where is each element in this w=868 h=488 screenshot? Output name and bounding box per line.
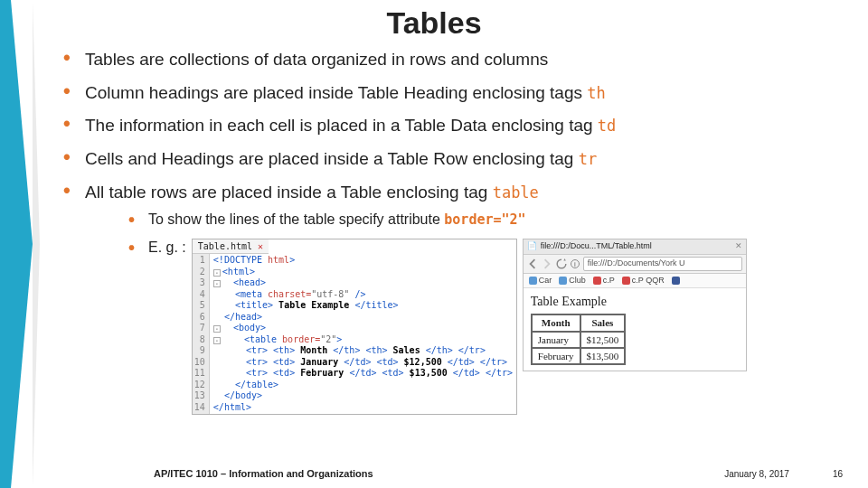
bullet-item: Cells and Headings are placed inside a T… bbox=[63, 148, 832, 171]
editor-gutter: 1234567891011121314 bbox=[193, 254, 210, 414]
site-icon bbox=[622, 277, 630, 285]
bookmark-item: Car bbox=[529, 276, 552, 286]
browser-tabs: 📄 file:///D:/Docu...TML/Table.html ✕ bbox=[524, 239, 746, 255]
eg-label: E. g. : bbox=[148, 239, 186, 258]
date-label: January 8, 2017 bbox=[724, 469, 789, 479]
bullet-item: The information in each cell is placed i… bbox=[63, 115, 832, 137]
bullet-list: Tables are collections of data organized… bbox=[63, 49, 832, 415]
example-table: Month Sales January $12,500 February bbox=[531, 314, 626, 365]
bullet-text: The information in each cell is placed i… bbox=[85, 116, 598, 135]
slide-footer: AP/ITEC 1010 – Information and Organizat… bbox=[0, 468, 868, 479]
bookmark-item: c.P bbox=[593, 276, 615, 286]
bookmark-item: c.P QQR bbox=[622, 276, 665, 286]
browser-tab-label: file:///D:/Docu...TML/Table.html bbox=[541, 241, 731, 252]
bullet-text: All table rows are placed inside a Table… bbox=[85, 183, 493, 202]
globe-icon bbox=[559, 277, 567, 285]
table-row: Month Sales bbox=[532, 314, 625, 331]
reload-icon bbox=[556, 258, 567, 269]
bookmark-label: c.P QQR bbox=[632, 276, 665, 286]
sub-bullet-item: To show the lines of the table specify a… bbox=[128, 211, 832, 230]
close-icon: ✕ bbox=[258, 241, 263, 251]
bullet-code: td bbox=[598, 117, 616, 135]
course-label: AP/ITEC 1010 – Information and Organizat… bbox=[154, 468, 373, 479]
bullet-item: Column headings are placed inside Table … bbox=[63, 82, 832, 105]
bullet-text: Column headings are placed inside Table … bbox=[85, 83, 587, 102]
sub-code: border="2" bbox=[444, 211, 525, 228]
browser-page: Table Example Month Sales January $12,50… bbox=[524, 288, 746, 371]
table-row: February $13,500 bbox=[532, 348, 625, 364]
bullet-item: All table rows are placed inside a Table… bbox=[63, 182, 832, 415]
accent-bar bbox=[0, 0, 11, 488]
globe-icon bbox=[529, 277, 537, 285]
bullet-item: Tables are collections of data organized… bbox=[63, 49, 832, 71]
close-icon: ✕ bbox=[735, 241, 742, 252]
table-row: January $12,500 bbox=[532, 332, 625, 348]
bookmarks-bar: Car Club c.P c.P QQR bbox=[524, 274, 746, 289]
back-icon bbox=[527, 258, 538, 269]
code-editor: Table.html✕ 1234567891011121314 <!DOCTYP… bbox=[192, 239, 517, 415]
bookmark-item bbox=[672, 276, 680, 286]
facebook-icon bbox=[672, 277, 680, 285]
info-icon: i bbox=[571, 259, 580, 268]
bullet-code: table bbox=[493, 183, 539, 202]
sub-bullet-item: E. g. : Table.html✕ 1234567891011121314 … bbox=[128, 239, 832, 415]
editor-tab: Table.html✕ bbox=[193, 239, 269, 254]
table-cell: January bbox=[532, 332, 580, 348]
slide-title: Tables bbox=[0, 5, 868, 41]
bullet-code: tr bbox=[579, 150, 597, 168]
bookmark-label: Club bbox=[569, 276, 586, 286]
bookmark-item: Club bbox=[559, 276, 586, 286]
table-cell: $12,500 bbox=[580, 332, 626, 348]
table-header: Sales bbox=[580, 314, 626, 331]
page-heading: Table Example bbox=[531, 294, 739, 310]
site-icon bbox=[593, 277, 601, 285]
accent-triangle-shadow bbox=[33, 0, 40, 488]
slide-content: Tables are collections of data organized… bbox=[63, 49, 832, 426]
page-number: 16 bbox=[833, 469, 843, 479]
bullet-code: th bbox=[587, 84, 605, 102]
table-header: Month bbox=[532, 314, 580, 331]
browser-preview: 📄 file:///D:/Docu...TML/Table.html ✕ i f… bbox=[523, 239, 747, 371]
bookmark-label: Car bbox=[539, 276, 552, 286]
bullet-text: Tables are collections of data organized… bbox=[85, 50, 548, 69]
url-field: file:///D:/Documents/York U bbox=[583, 257, 742, 271]
forward-icon bbox=[542, 258, 552, 269]
table-cell: $13,500 bbox=[580, 348, 626, 364]
browser-toolbar: i file:///D:/Documents/York U bbox=[524, 255, 746, 274]
bookmark-label: c.P bbox=[603, 276, 615, 286]
bullet-text: Cells and Headings are placed inside a T… bbox=[85, 149, 579, 168]
editor-code: <!DOCTYPE html> -<html> - <head> <meta c… bbox=[210, 254, 516, 414]
table-cell: February bbox=[532, 348, 580, 364]
editor-tab-label: Table.html bbox=[198, 241, 252, 251]
file-icon: 📄 bbox=[527, 241, 537, 252]
sub-text: To show the lines of the table specify a… bbox=[148, 211, 444, 227]
accent-triangle bbox=[11, 0, 33, 488]
sub-bullet-list: To show the lines of the table specify a… bbox=[128, 211, 832, 415]
